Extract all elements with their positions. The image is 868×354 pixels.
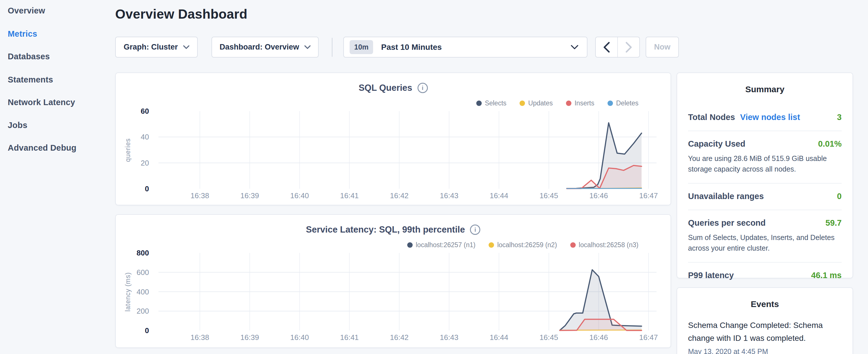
chevron-down-icon — [571, 45, 578, 50]
summary-row-unavailable-ranges: Unavailable ranges 0 — [688, 184, 842, 210]
time-prev-button[interactable] — [596, 37, 617, 57]
summary-row-caption: You are using 28.6 MiB of 515.9 GiB usab… — [688, 153, 842, 174]
time-pager — [595, 37, 640, 58]
summary-panel: Summary Total Nodes View nodes list 3 Ca… — [677, 72, 853, 279]
event-timestamp: May 13, 2020 at 4:45 PM — [688, 347, 842, 354]
sql-queries-chart-card: SQL QueriesiSelectsUpdatesInsertsDeletes… — [115, 72, 671, 205]
sidebar-item-overview[interactable]: Overview — [8, 3, 45, 19]
event-text: Schema Change Completed: Schema change w… — [688, 319, 842, 345]
page-title: Overview Dashboard — [115, 6, 247, 22]
summary-row-label: Capacity Used — [688, 139, 745, 149]
chevron-down-icon — [304, 45, 311, 49]
summary-row-label: Queries per second — [688, 218, 766, 228]
dashboard-dropdown[interactable]: Dashboard: Overview — [212, 37, 319, 58]
events-title: Events — [677, 299, 852, 309]
sidebar-item-jobs[interactable]: Jobs — [8, 117, 28, 133]
summary-row-value: 59.7 — [826, 218, 842, 228]
sidebar: Overview Metrics Databases Statements Ne… — [0, 0, 115, 354]
view-nodes-link[interactable]: View nodes list — [740, 112, 800, 122]
controls-divider — [332, 38, 333, 57]
summary-row-capacity-used: Capacity Used 0.01% You are using 28.6 M… — [688, 131, 842, 184]
dashboard-dropdown-label: Dashboard: Overview — [219, 43, 299, 52]
summary-row-label: Total Nodes — [688, 112, 735, 122]
time-range-selector[interactable]: 10m Past 10 Minutes — [343, 37, 587, 58]
sidebar-item-network-latency[interactable]: Network Latency — [8, 94, 75, 110]
chevron-right-icon — [625, 42, 632, 53]
summary-row-value: 0.01% — [818, 139, 842, 149]
summary-title: Summary — [677, 85, 852, 94]
summary-row-value: 0 — [837, 192, 842, 201]
summary-row-total-nodes: Total Nodes View nodes list 3 — [688, 104, 842, 131]
sidebar-item-metrics[interactable]: Metrics — [8, 26, 37, 42]
sidebar-item-statements[interactable]: Statements — [8, 72, 53, 88]
summary-row-caption: Sum of Selects, Updates, Inserts, and De… — [688, 232, 842, 254]
summary-row-label: P99 latency — [688, 271, 734, 280]
sidebar-item-databases[interactable]: Databases — [8, 49, 50, 64]
chevron-down-icon — [183, 45, 189, 49]
events-panel: Events Schema Change Completed: Schema c… — [677, 287, 853, 354]
sidebar-item-advanced-debug[interactable]: Advanced Debug — [8, 140, 76, 156]
summary-row-value: 46.1 ms — [811, 271, 842, 280]
now-button[interactable]: Now — [646, 37, 679, 58]
summary-row-label: Unavailable ranges — [688, 192, 764, 201]
summary-row-queries-per-second: Queries per second 59.7 Sum of Selects, … — [688, 210, 842, 263]
chart-plot — [116, 73, 671, 205]
event-item[interactable]: Schema Change Completed: Schema change w… — [688, 319, 842, 354]
summary-row-value: 3 — [837, 112, 842, 122]
chart-plot — [116, 215, 671, 347]
time-range-badge: 10m — [350, 40, 373, 54]
time-next-button[interactable] — [617, 37, 639, 57]
chevron-left-icon — [603, 42, 610, 53]
graph-dropdown-label: Graph: Cluster — [124, 43, 178, 52]
summary-row-p99-latency: P99 latency 46.1 ms — [688, 263, 842, 289]
graph-dropdown[interactable]: Graph: Cluster — [115, 37, 198, 58]
service-latency-chart-card: Service Latency: SQL, 99th percentileilo… — [115, 214, 671, 348]
time-range-label: Past 10 Minutes — [381, 43, 442, 52]
